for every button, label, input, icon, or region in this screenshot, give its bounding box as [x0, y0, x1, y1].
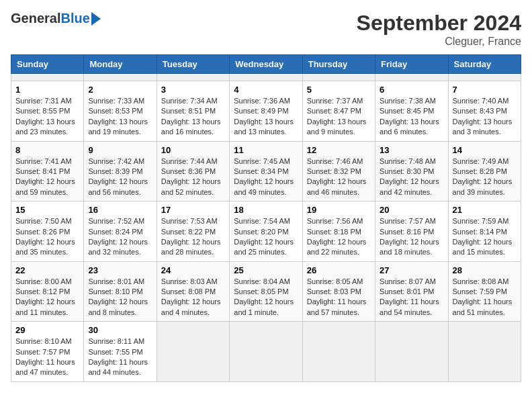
- day-info: Sunrise: 8:04 AM Sunset: 8:05 PM Dayligh…: [234, 277, 298, 318]
- calendar-cell: 9Sunrise: 7:42 AM Sunset: 8:39 PM Daylig…: [84, 141, 157, 201]
- calendar-cell: [302, 74, 375, 81]
- weekday-header-friday: Friday: [375, 55, 448, 74]
- calendar-cell: 7Sunrise: 7:40 AM Sunset: 8:43 PM Daylig…: [448, 81, 521, 142]
- day-info: Sunrise: 7:33 AM Sunset: 8:53 PM Dayligh…: [88, 96, 152, 138]
- day-number: 18: [234, 205, 298, 215]
- day-info: Sunrise: 7:45 AM Sunset: 8:34 PM Dayligh…: [234, 156, 298, 198]
- day-number: 5: [307, 85, 371, 95]
- calendar-cell: 24Sunrise: 8:03 AM Sunset: 8:08 PM Dayli…: [157, 261, 229, 322]
- day-info: Sunrise: 7:46 AM Sunset: 8:32 PM Dayligh…: [307, 156, 371, 198]
- calendar-cell: [11, 74, 84, 81]
- weekday-header-thursday: Thursday: [302, 55, 375, 74]
- calendar-week-row: 22Sunrise: 8:00 AM Sunset: 8:12 PM Dayli…: [11, 261, 521, 322]
- calendar-cell: 12Sunrise: 7:46 AM Sunset: 8:32 PM Dayli…: [302, 141, 375, 201]
- day-info: Sunrise: 8:10 AM Sunset: 7:57 PM Dayligh…: [15, 336, 79, 378]
- month-title: September 2024: [357, 11, 521, 36]
- day-info: Sunrise: 7:36 AM Sunset: 8:49 PM Dayligh…: [234, 96, 298, 138]
- calendar-cell: 17Sunrise: 7:53 AM Sunset: 8:22 PM Dayli…: [157, 201, 229, 262]
- day-info: Sunrise: 8:07 AM Sunset: 8:01 PM Dayligh…: [380, 277, 443, 318]
- day-info: Sunrise: 8:08 AM Sunset: 7:59 PM Dayligh…: [453, 277, 517, 318]
- day-number: 7: [453, 85, 517, 95]
- calendar-week-row: [11, 74, 521, 81]
- calendar-cell: [230, 74, 302, 81]
- logo-blue-text: Blue: [60, 11, 89, 26]
- calendar-cell: [157, 322, 229, 382]
- calendar-cell: 15Sunrise: 7:50 AM Sunset: 8:26 PM Dayli…: [11, 201, 84, 262]
- day-info: Sunrise: 8:01 AM Sunset: 8:10 PM Dayligh…: [88, 277, 152, 318]
- day-number: 3: [161, 85, 225, 95]
- day-number: 6: [380, 85, 443, 95]
- calendar-cell: 30Sunrise: 8:11 AM Sunset: 7:55 PM Dayli…: [84, 322, 157, 382]
- day-number: 29: [15, 325, 79, 335]
- calendar-cell: 10Sunrise: 7:44 AM Sunset: 8:36 PM Dayli…: [157, 141, 229, 201]
- calendar-cell: 26Sunrise: 8:05 AM Sunset: 8:03 PM Dayli…: [302, 261, 375, 322]
- calendar-week-row: 29Sunrise: 8:10 AM Sunset: 7:57 PM Dayli…: [11, 322, 521, 382]
- day-info: Sunrise: 7:57 AM Sunset: 8:16 PM Dayligh…: [380, 216, 443, 258]
- day-number: 17: [161, 205, 225, 215]
- calendar-cell: 3Sunrise: 7:34 AM Sunset: 8:51 PM Daylig…: [157, 81, 229, 142]
- calendar-cell: 19Sunrise: 7:56 AM Sunset: 8:18 PM Dayli…: [302, 201, 375, 262]
- weekday-header-saturday: Saturday: [448, 55, 521, 74]
- day-info: Sunrise: 7:56 AM Sunset: 8:18 PM Dayligh…: [307, 216, 371, 258]
- calendar-cell: 28Sunrise: 8:08 AM Sunset: 7:59 PM Dayli…: [448, 261, 521, 322]
- day-number: 10: [161, 145, 225, 155]
- calendar-cell: 11Sunrise: 7:45 AM Sunset: 8:34 PM Dayli…: [230, 141, 302, 201]
- day-info: Sunrise: 7:49 AM Sunset: 8:28 PM Dayligh…: [453, 156, 517, 198]
- calendar-week-row: 1Sunrise: 7:31 AM Sunset: 8:55 PM Daylig…: [11, 81, 521, 142]
- day-number: 15: [15, 205, 79, 215]
- day-info: Sunrise: 7:59 AM Sunset: 8:14 PM Dayligh…: [453, 216, 517, 258]
- day-number: 26: [307, 265, 371, 275]
- calendar-cell: [302, 322, 375, 382]
- weekday-header-sunday: Sunday: [11, 55, 84, 74]
- calendar-cell: 25Sunrise: 8:04 AM Sunset: 8:05 PM Dayli…: [230, 261, 302, 322]
- calendar-cell: [375, 74, 448, 81]
- day-number: 30: [88, 325, 152, 335]
- calendar-week-row: 15Sunrise: 7:50 AM Sunset: 8:26 PM Dayli…: [11, 201, 521, 262]
- day-info: Sunrise: 7:37 AM Sunset: 8:47 PM Dayligh…: [307, 96, 371, 138]
- logo: General Blue: [11, 11, 101, 26]
- calendar-cell: [84, 74, 157, 81]
- day-number: 14: [453, 145, 517, 155]
- calendar-cell: [230, 322, 302, 382]
- day-number: 25: [234, 265, 298, 275]
- day-number: 9: [88, 145, 152, 155]
- calendar-cell: [448, 74, 521, 81]
- calendar-cell: 6Sunrise: 7:38 AM Sunset: 8:45 PM Daylig…: [375, 81, 448, 142]
- day-number: 22: [15, 265, 79, 275]
- day-number: 23: [88, 265, 152, 275]
- calendar-cell: 23Sunrise: 8:01 AM Sunset: 8:10 PM Dayli…: [84, 261, 157, 322]
- day-number: 20: [380, 205, 443, 215]
- day-info: Sunrise: 7:54 AM Sunset: 8:20 PM Dayligh…: [234, 216, 298, 258]
- day-number: 28: [453, 265, 517, 275]
- weekday-header-tuesday: Tuesday: [157, 55, 229, 74]
- weekday-header-monday: Monday: [84, 55, 157, 74]
- calendar-cell: 14Sunrise: 7:49 AM Sunset: 8:28 PM Dayli…: [448, 141, 521, 201]
- day-info: Sunrise: 7:34 AM Sunset: 8:51 PM Dayligh…: [161, 96, 225, 138]
- logo-arrow-icon: [91, 12, 101, 26]
- page-header: General Blue September 2024 Cleguer, Fra…: [11, 11, 521, 48]
- logo-general-text: General: [11, 11, 60, 26]
- day-info: Sunrise: 7:44 AM Sunset: 8:36 PM Dayligh…: [161, 156, 225, 198]
- calendar-cell: 4Sunrise: 7:36 AM Sunset: 8:49 PM Daylig…: [230, 81, 302, 142]
- day-info: Sunrise: 8:03 AM Sunset: 8:08 PM Dayligh…: [161, 277, 225, 318]
- calendar-cell: [375, 322, 448, 382]
- day-number: 16: [88, 205, 152, 215]
- calendar-cell: 2Sunrise: 7:33 AM Sunset: 8:53 PM Daylig…: [84, 81, 157, 142]
- day-info: Sunrise: 7:40 AM Sunset: 8:43 PM Dayligh…: [453, 96, 517, 138]
- day-info: Sunrise: 7:48 AM Sunset: 8:30 PM Dayligh…: [380, 156, 443, 198]
- calendar-cell: [448, 322, 521, 382]
- calendar-cell: 13Sunrise: 7:48 AM Sunset: 8:30 PM Dayli…: [375, 141, 448, 201]
- day-number: 21: [453, 205, 517, 215]
- calendar-cell: 1Sunrise: 7:31 AM Sunset: 8:55 PM Daylig…: [11, 81, 84, 142]
- day-info: Sunrise: 7:42 AM Sunset: 8:39 PM Dayligh…: [88, 156, 152, 198]
- calendar-cell: 22Sunrise: 8:00 AM Sunset: 8:12 PM Dayli…: [11, 261, 84, 322]
- day-info: Sunrise: 8:05 AM Sunset: 8:03 PM Dayligh…: [307, 277, 371, 318]
- calendar-cell: 27Sunrise: 8:07 AM Sunset: 8:01 PM Dayli…: [375, 261, 448, 322]
- day-info: Sunrise: 7:38 AM Sunset: 8:45 PM Dayligh…: [380, 96, 443, 138]
- calendar-cell: 16Sunrise: 7:52 AM Sunset: 8:24 PM Dayli…: [84, 201, 157, 262]
- day-info: Sunrise: 8:00 AM Sunset: 8:12 PM Dayligh…: [15, 277, 79, 318]
- day-number: 2: [88, 85, 152, 95]
- day-info: Sunrise: 7:41 AM Sunset: 8:41 PM Dayligh…: [15, 156, 79, 198]
- calendar-cell: 18Sunrise: 7:54 AM Sunset: 8:20 PM Dayli…: [230, 201, 302, 262]
- day-info: Sunrise: 7:50 AM Sunset: 8:26 PM Dayligh…: [15, 216, 79, 258]
